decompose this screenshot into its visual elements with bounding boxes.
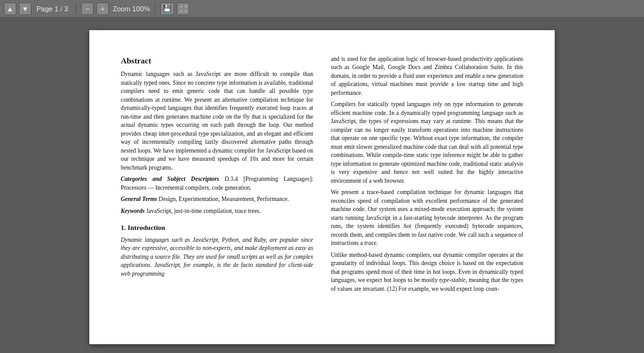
categories-paragraph: Categories and Subject Descriptors D.3.4… — [121, 175, 313, 192]
type-stable-italic: type-stable — [440, 277, 466, 283]
trace-italic: trace — [364, 240, 377, 246]
general-terms-label: General Terms — [121, 196, 157, 202]
page-info: Page 1 / 3 — [36, 5, 68, 13]
abstract-body: Dynamic languages such as JavaScript are… — [121, 70, 313, 172]
right-para-3-text-a: We present a trace-based compilation tec… — [331, 189, 523, 246]
general-terms-value: Design, Experimentation, Measurement, Pe… — [158, 196, 289, 202]
intro-title: Introduction — [128, 224, 165, 231]
keywords-label: Keywords — [121, 208, 145, 214]
page: Abstract Dynamic languages such as JavaS… — [89, 30, 555, 344]
zoom-in-button[interactable]: + — [96, 3, 109, 15]
separator-2 — [155, 3, 155, 14]
hot-italic: hot — [404, 223, 411, 229]
right-column: and is used for the application logic of… — [331, 55, 523, 296]
right-para-3: We present a trace-based compilation tec… — [331, 188, 523, 247]
prev-page-button[interactable]: ▲ — [4, 3, 16, 15]
document-area: Abstract Dynamic languages such as JavaS… — [0, 18, 644, 353]
next-page-button[interactable]: ▼ — [19, 3, 31, 15]
keywords-value: JavaScript, just-in-time compilation, tr… — [146, 208, 260, 214]
right-para-4: Unlike method-based dynamic compilers, o… — [331, 251, 523, 293]
right-para-1: and is used for the application logic of… — [331, 55, 523, 97]
toolbar: ▲ ▼ Page 1 / 3 − + Zoom 100% 💾 ⛶ — [0, 0, 644, 18]
left-column: Abstract Dynamic languages such as JavaS… — [121, 55, 313, 296]
separator-1 — [75, 3, 76, 14]
right-para-2: Compilers for statically typed languages… — [331, 100, 523, 185]
fullscreen-button[interactable]: ⛶ — [177, 3, 189, 15]
keywords-paragraph: Keywords JavaScript, just-in-time compil… — [121, 207, 313, 215]
abstract-title: Abstract — [121, 55, 313, 67]
categories-label: Categories and Subject Descriptors — [121, 176, 219, 182]
intro-body: Dynamic languages such as JavaScript, Py… — [121, 236, 313, 278]
save-button[interactable]: 💾 — [160, 3, 174, 15]
intro-num: 1. — [121, 224, 126, 231]
general-terms-paragraph: General Terms Design, Experimentation, M… — [121, 195, 313, 204]
zoom-level-label: Zoom 100% — [113, 5, 150, 13]
zoom-out-button[interactable]: − — [81, 3, 94, 15]
columns: Abstract Dynamic languages such as JavaS… — [121, 55, 523, 296]
intro-heading: 1. Introduction — [121, 223, 313, 233]
